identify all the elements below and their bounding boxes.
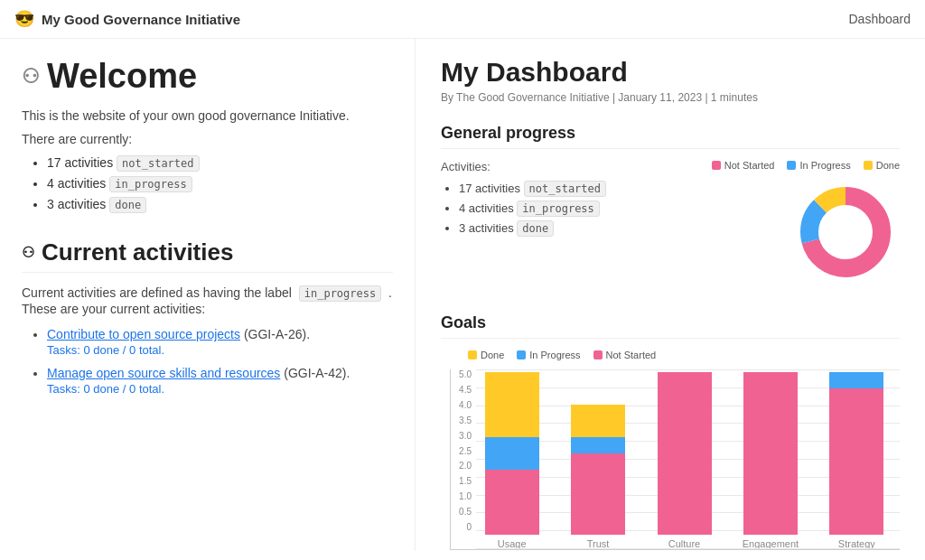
goals-dot-in-progress (517, 350, 526, 359)
bar-not-started (658, 372, 712, 535)
legend-label-in-progress: In Progress (799, 160, 850, 171)
goals-legend-in-progress: In Progress (517, 350, 580, 360)
logo-emoji: 😎 (14, 9, 34, 29)
dashboard-title: My Dashboard (441, 57, 900, 88)
goals-dot-done (468, 350, 477, 359)
list-item: Contribute to open source projects (GGI-… (47, 327, 393, 357)
list-item: 3 activities done (459, 220, 694, 237)
bar-stack (743, 372, 798, 535)
goals-label-in-progress: In Progress (529, 350, 580, 360)
logo-text-2: Initiative (185, 12, 240, 27)
bar-label: Culture (668, 538, 700, 549)
currently-text: There are currently: (22, 132, 393, 146)
right-panel: My Dashboard By The Good Governance Init… (416, 39, 925, 551)
prog-count-2: 4 activities (459, 201, 514, 215)
chart-legend: Not Started In Progress Done (712, 160, 900, 171)
prog-badge-1: not_started (524, 181, 606, 197)
header: 😎 My Good Governance Initiative Dashboar… (0, 0, 925, 39)
goals-section: Goals Done In Progress Not Started 00.51… (441, 313, 900, 550)
bar-group: Usage (478, 372, 546, 549)
bar-in-progress (485, 437, 539, 470)
welcome-heading: ⚇ Welcome (22, 57, 393, 96)
activity-list: 17 activities not_started 4 activities i… (22, 155, 393, 213)
not-started-badge: not_started (117, 155, 199, 172)
bar-done (485, 372, 539, 437)
list-item: 4 activities in_progress (47, 176, 393, 192)
bar-label: Usage (498, 538, 527, 549)
welcome-desc: This is the website of your own good gov… (22, 108, 393, 123)
bar-stack (571, 405, 625, 535)
bar-stack (829, 372, 883, 535)
prog-badge-3: done (517, 220, 554, 237)
bar-label: Engagement (743, 538, 799, 549)
activities-label: Activities: (441, 160, 694, 173)
main-layout: ⚇ Welcome This is the website of your ow… (0, 39, 925, 551)
prog-count-1: 17 activities (459, 182, 520, 195)
bar-group: Strategy (823, 372, 891, 549)
current-desc: Current activities are defined as having… (22, 285, 393, 316)
general-progress-title: General progress (441, 124, 900, 149)
bar-stack (485, 372, 539, 535)
prog-badge-2: in_progress (517, 201, 599, 217)
activity-count: 3 activities (47, 197, 106, 211)
activity-link-1[interactable]: Contribute to open source projects (47, 327, 240, 341)
legend-dot-not-started (712, 161, 721, 170)
bar-label: Trust (587, 538, 610, 549)
welcome-heading-text: Welcome (47, 57, 197, 96)
logo-link[interactable]: 😎 My Good Governance Initiative (14, 9, 240, 29)
bar-chart-wrapper: 00.51.01.52.02.53.03.54.04.55.0 UsageTru… (450, 369, 900, 550)
bar-not-started (485, 470, 539, 535)
progress-container: Activities: 17 activities not_started 4 … (441, 160, 900, 286)
bar-in-progress (571, 437, 625, 453)
goals-title: Goals (441, 313, 900, 339)
logo-text-1: My Good Governance (42, 12, 185, 27)
legend-done: Done (864, 160, 900, 171)
bar-label: Strategy (838, 538, 875, 549)
link-icon: ⚇ (22, 65, 40, 89)
current-activities-heading: ⚇ Current activities (22, 238, 393, 273)
goals-label-not-started: Not Started (606, 350, 657, 360)
bar-not-started (743, 372, 798, 535)
left-panel: ⚇ Welcome This is the website of your ow… (0, 39, 416, 551)
bar-group: Engagement (736, 372, 804, 549)
current-desc-text-1: Current activities are defined as having… (22, 285, 292, 300)
nav-dashboard[interactable]: Dashboard (849, 12, 911, 26)
bar-stack (658, 372, 712, 535)
goals-legend: Done In Progress Not Started (468, 350, 900, 360)
bar-group: Trust (564, 405, 631, 549)
bar-done (571, 405, 625, 437)
current-activities-list: Contribute to open source projects (GGI-… (22, 327, 393, 396)
grid-line (476, 369, 900, 370)
activity-count: 17 activities (47, 155, 113, 170)
goals-legend-done: Done (468, 350, 504, 360)
list-item: 3 activities done (47, 197, 393, 213)
progress-right: Not Started In Progress Done (712, 160, 900, 286)
list-item: 4 activities in_progress (459, 201, 694, 217)
prog-count-3: 3 activities (459, 221, 514, 235)
dashboard-meta: By The Good Governance Initiative | Janu… (441, 91, 900, 104)
logo-text: My Good Governance Initiative (42, 12, 240, 27)
goals-legend-not-started: Not Started (593, 350, 657, 360)
goals-dot-not-started (593, 350, 603, 359)
svg-point-3 (820, 207, 871, 257)
task-info-1: Tasks: 0 done / 0 total. (47, 343, 393, 357)
current-heading-text: Current activities (42, 238, 233, 266)
list-item: Manage open source skills and resources … (47, 366, 393, 396)
task-info-2: Tasks: 0 done / 0 total. (47, 382, 393, 396)
welcome-section: ⚇ Welcome This is the website of your ow… (22, 57, 393, 213)
progress-list: 17 activities not_started 4 activities i… (441, 181, 694, 237)
activity-link-2[interactable]: Manage open source skills and resources (47, 366, 280, 380)
bar-not-started (829, 388, 883, 535)
list-item: 17 activities not_started (47, 155, 393, 172)
activity-id-1: (GGI-A-26). (244, 327, 310, 341)
legend-label-done: Done (876, 160, 900, 171)
link-icon-2: ⚇ (22, 244, 34, 261)
progress-left: Activities: 17 activities not_started 4 … (441, 160, 694, 240)
done-badge: done (109, 197, 146, 213)
legend-dot-done (864, 161, 873, 170)
bar-in-progress (829, 372, 883, 388)
bar-not-started (571, 453, 625, 535)
bar-chart: UsageTrustCultureEngagementStrategy (450, 369, 900, 550)
in-progress-badge-2: in_progress (299, 285, 381, 302)
goals-label-done: Done (481, 350, 504, 360)
